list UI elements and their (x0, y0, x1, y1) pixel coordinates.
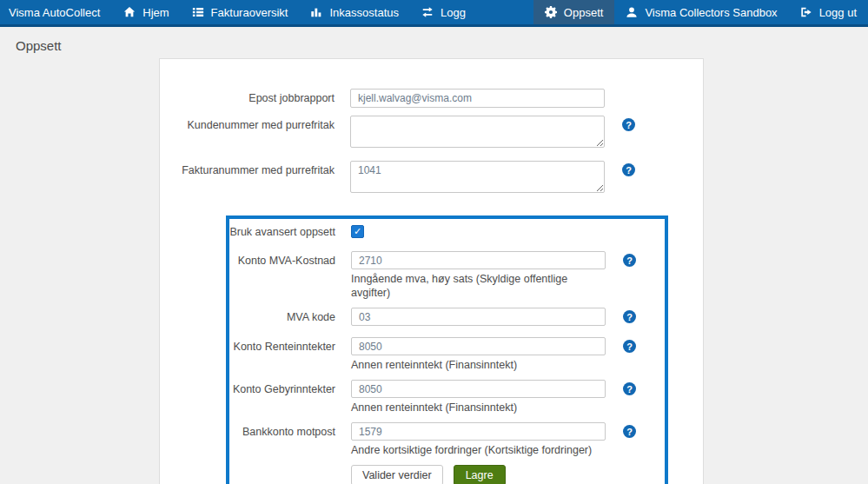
advanced-settings-box: Bruk avansert oppsett ✓ Konto MVA-Kostna… (226, 215, 668, 484)
konto-renteinntekter-input[interactable] (351, 337, 606, 355)
mva-kode-input[interactable] (351, 308, 606, 326)
save-button[interactable]: Lagre (454, 465, 506, 484)
konto-gebyrinntekter-helper: Annen renteinntekt (Finansinntekt) (351, 401, 606, 414)
checkmark-icon: ✓ (354, 227, 361, 236)
exchange-icon (421, 6, 434, 18)
help-icon[interactable]: ? (622, 163, 635, 176)
page-title: Oppsett (16, 38, 868, 53)
konto-mva-kostnad-helper: Inngående mva, høy sats (Skyldige offent… (351, 272, 606, 300)
konto-mva-kostnad-label: Konto MVA-Kostnad (229, 251, 351, 267)
logout-icon (800, 6, 812, 18)
top-navbar: Visma AutoCollect Hjem Fakturaoversikt I… (0, 0, 868, 27)
bruk-avansert-label: Bruk avansert oppsett (229, 222, 351, 238)
kundenummer-textarea[interactable] (350, 116, 605, 148)
bankkonto-motpost-input[interactable] (351, 422, 606, 441)
list-icon (192, 6, 204, 18)
fakturanummer-textarea[interactable]: 1041 (350, 161, 605, 193)
nav-item-hjem[interactable]: Hjem (112, 0, 180, 24)
help-icon[interactable]: ? (623, 310, 636, 323)
bankkonto-motpost-label: Bankkonto motpost (229, 422, 351, 438)
nav-item-oppsett[interactable]: Oppsett (533, 0, 615, 24)
nav-label: Hjem (142, 6, 169, 19)
nav-label: Logg (441, 6, 466, 19)
help-icon[interactable]: ? (623, 340, 636, 353)
fakturanummer-label: Fakturanummer med purrefritak (160, 161, 350, 176)
email-jobreport-label: Epost jobbrapport (160, 89, 350, 104)
help-icon[interactable]: ? (623, 254, 636, 267)
nav-item-logg[interactable]: Logg (410, 0, 477, 24)
help-icon[interactable]: ? (623, 382, 636, 395)
konto-renteinntekter-label: Konto Renteinntekter (229, 337, 351, 353)
validate-values-button[interactable]: Valider verdier (351, 465, 443, 484)
bankkonto-motpost-helper: Andre kortsiktige fordringer (Kortsiktig… (351, 443, 606, 457)
konto-renteinntekter-helper: Annen renteinntekt (Finansinntekt) (351, 358, 606, 372)
navbar-spacer (477, 0, 533, 24)
nav-item-inkassostatus[interactable]: Inkassostatus (299, 0, 410, 24)
nav-label: Oppsett (564, 6, 604, 19)
email-jobreport-input[interactable] (350, 89, 605, 108)
konto-mva-kostnad-input[interactable] (351, 251, 606, 269)
kundenummer-label: Kundenummer med purrefritak (160, 116, 350, 131)
mva-kode-label: MVA kode (229, 308, 351, 323)
konto-gebyrinntekter-input[interactable] (351, 380, 606, 398)
app-brand[interactable]: Visma AutoCollect (0, 0, 112, 24)
home-icon (123, 6, 136, 18)
nav-label: Visma Collectors Sandbox (645, 6, 777, 19)
nav-item-logout[interactable]: Logg ut (789, 0, 868, 24)
konto-gebyrinntekter-label: Konto Gebyrinntekter (229, 380, 351, 395)
nav-item-fakturaoversikt[interactable]: Fakturaoversikt (181, 0, 300, 24)
user-icon (626, 6, 638, 18)
nav-item-user[interactable]: Visma Collectors Sandbox (614, 0, 788, 24)
nav-label: Logg ut (819, 6, 857, 19)
gear-icon (545, 6, 557, 18)
help-icon[interactable]: ? (623, 425, 636, 438)
settings-panel: Epost jobbrapport Kundenummer med purref… (159, 58, 704, 484)
bar-chart-icon (310, 6, 322, 18)
nav-label: Inkassostatus (329, 6, 399, 19)
nav-label: Fakturaoversikt (211, 6, 288, 19)
help-icon[interactable]: ? (622, 118, 635, 131)
bruk-avansert-checkbox[interactable]: ✓ (351, 225, 364, 238)
